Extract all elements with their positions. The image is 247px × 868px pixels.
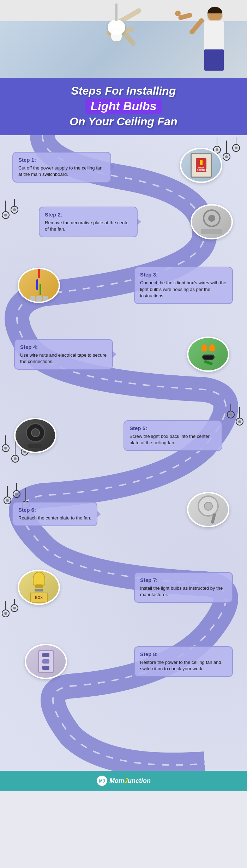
step-8-label: Step 8: bbox=[140, 651, 227, 657]
step-5-text-box: Step 5: Screw the light box back into th… bbox=[124, 420, 222, 451]
step-5-image bbox=[14, 418, 56, 453]
logo-icon: MJ bbox=[96, 775, 108, 786]
footer: MJ MomJunction bbox=[0, 771, 247, 791]
step-4-image bbox=[187, 337, 229, 372]
lamp-group-6 bbox=[2, 599, 18, 617]
step-5-section: Step 5: Screw the light box back into th… bbox=[0, 404, 247, 467]
lamp-group-4 bbox=[227, 404, 243, 426]
step-1-label: Step 1: bbox=[18, 157, 105, 163]
step-1-desc: Cut off the power supply to the ceiling … bbox=[18, 165, 105, 178]
step-3-label: Step 3: bbox=[140, 272, 227, 278]
footer-logo-suffix: unction bbox=[128, 777, 151, 784]
ceiling-fan-decoration bbox=[81, 4, 152, 46]
step-6-desc: Reattach the center plate to the fan. bbox=[18, 515, 91, 521]
step-7-section: BOX Step 7: Install the light bulbs as i… bbox=[0, 555, 247, 619]
title-line1: Steps For Installing bbox=[11, 85, 236, 97]
step-5-desc: Screw the light box back into the center… bbox=[129, 433, 216, 446]
step-7-label: Step 7: bbox=[140, 577, 227, 583]
step-7-desc: Install the light bulbs as instructed by… bbox=[140, 585, 227, 598]
step-3-text-box: Step 3: Connect the fan's light box's wi… bbox=[134, 267, 233, 304]
footer-logo-highlight: J bbox=[124, 777, 128, 784]
step-4-text-box: Step 4: Use wire nuts and electrical tap… bbox=[14, 339, 113, 370]
title-banner: Steps For Installing Light Bulbs On Your… bbox=[0, 78, 247, 135]
step-4-label: Step 4: bbox=[20, 344, 107, 350]
title-highlight: Light Bulbs bbox=[85, 99, 162, 114]
step-4-desc: Use wire nuts and electrical tape to sec… bbox=[20, 352, 107, 365]
step-7-image: BOX bbox=[18, 570, 60, 605]
step-6-section: Step 6: Reattach the center plate to the… bbox=[0, 481, 247, 538]
step-2-image bbox=[191, 204, 233, 239]
step-3-desc: Connect the fan's light box's wires with… bbox=[140, 280, 227, 299]
step-6-image bbox=[187, 492, 229, 527]
step-8-image bbox=[25, 644, 67, 679]
main-content: Step 1: Cut off the power supply to the … bbox=[0, 135, 247, 771]
step-3-image bbox=[18, 268, 60, 303]
footer-logo: MomJunction bbox=[109, 777, 151, 785]
hero-section bbox=[0, 0, 247, 78]
step-7-text-box: Step 7: Install the light bulbs as instr… bbox=[134, 572, 233, 603]
step-2-text-box: Step 2: Remove the decorative plate at t… bbox=[39, 207, 138, 237]
step-5-label: Step 5: bbox=[129, 425, 216, 431]
step-6-label: Step 6: bbox=[18, 507, 91, 513]
step-4-section: Step 4: Use wire nuts and electrical tap… bbox=[0, 326, 247, 382]
step-8-text-box: Step 8: Restore the power to the ceiling… bbox=[134, 646, 233, 677]
step-1-section: Step 1: Cut off the power supply to the … bbox=[0, 135, 247, 188]
step-8-section: Step 8: Restore the power to the ceiling… bbox=[0, 633, 247, 697]
lamp-group-2 bbox=[2, 199, 18, 219]
step-6-text-box: Step 6: Reattach the center plate to the… bbox=[12, 502, 97, 526]
step-8-desc: Restore the power to the ceiling fan and… bbox=[140, 659, 227, 672]
step-1-image: MAINSWITCH bbox=[180, 148, 222, 183]
step-1-text-box: Step 1: Cut off the power supply to the … bbox=[12, 152, 111, 183]
step-3-section: Step 3: Connect the fan's light box's wi… bbox=[0, 255, 247, 315]
title-line3: On Your Ceiling Fan bbox=[11, 115, 236, 128]
svg-text:MJ: MJ bbox=[99, 779, 105, 784]
step-2-label: Step 2: bbox=[45, 212, 132, 218]
step-2-desc: Remove the decorative plate at the cente… bbox=[45, 220, 132, 232]
step-2-section: Step 2: Remove the decorative plate at t… bbox=[0, 195, 247, 248]
